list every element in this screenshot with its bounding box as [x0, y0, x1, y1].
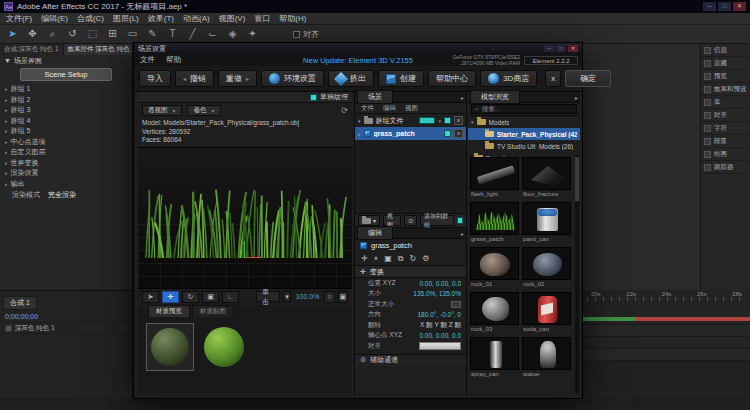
group-visibility-checkbox[interactable] — [444, 117, 451, 124]
ok-button[interactable]: 确定 — [565, 70, 611, 87]
brush-tool-icon[interactable]: ╱ — [186, 28, 199, 40]
menu-item[interactable]: 合成(C) — [77, 13, 104, 24]
dock-panel-音频[interactable]: 音频 — [701, 57, 750, 70]
transform-value[interactable]: 180.0°, -0.0°, 0 — [417, 311, 461, 318]
dialog-menu-item[interactable]: 帮助 — [166, 55, 181, 65]
transform-row[interactable]: 位置 XYZ0.00, 0.00, 0.0 — [355, 278, 466, 289]
menu-item[interactable]: 图层(L) — [113, 13, 139, 24]
effect-param-row[interactable]: ▸群组 1 — [0, 84, 132, 95]
add-to-group-button[interactable]: 添加到群组 — [420, 215, 454, 226]
dock-panel-对齐[interactable]: 对齐 — [701, 109, 750, 122]
selection-tool-icon[interactable]: ➤ — [6, 28, 19, 40]
twirl-right-icon[interactable]: ▸ — [358, 131, 361, 137]
update-notice-link[interactable]: New Update: Element 3D V.2155 — [303, 56, 413, 65]
view-options-button[interactable]: 视图 — [383, 215, 401, 226]
model-thumb-rock_01[interactable]: rock_01 — [470, 247, 519, 289]
model-thumb-statue[interactable]: statue — [522, 337, 571, 379]
draft-textures-checkbox[interactable] — [310, 94, 317, 101]
group-delete-button[interactable]: x — [454, 116, 463, 125]
refresh-icon[interactable]: ⟳ — [341, 106, 348, 115]
transform-value[interactable]: X 翻 Y 翻 Z 翻 — [420, 321, 461, 330]
effect-param-row[interactable]: ▸自定义图层 — [0, 147, 132, 158]
mask-shape-tool-icon[interactable]: ▭ — [126, 28, 139, 40]
search-input[interactable]: ⌕ 搜索... — [471, 104, 577, 114]
model-thumb-paint_can[interactable]: paint_can — [522, 202, 571, 244]
timeline-ruler[interactable]: 20s22s24s26s28s — [583, 290, 750, 297]
view-dropdown[interactable]: 透视图▼ — [142, 105, 182, 116]
transform-row[interactable]: 方向180.0°, -0.0°, 0 — [355, 310, 466, 321]
scene-object-row[interactable]: ▸ grass_patch x — [355, 127, 466, 140]
import-button[interactable]: 导入 — [139, 70, 171, 87]
effect-param-row[interactable]: ▸输出 — [0, 179, 132, 190]
axis-tool-icon[interactable]: ∟ — [222, 291, 239, 303]
model-thumb-spray_can[interactable]: spray_can — [470, 337, 519, 379]
group-icon[interactable]: ⧉ — [398, 254, 404, 264]
settings-icon[interactable]: ⚙ — [422, 254, 429, 263]
twirl-icon[interactable]: ▸ — [5, 160, 8, 166]
object-visibility-checkbox[interactable] — [444, 130, 451, 137]
timeline-row[interactable] — [583, 348, 750, 360]
pen-tool-icon[interactable]: ✎ — [146, 28, 159, 40]
panel-tab[interactable]: 效果控件 深灰色 纯色 1 — [64, 44, 132, 55]
panel-arrow-icon[interactable]: ▸ — [461, 230, 464, 237]
dialog-menu-item[interactable]: 文件 — [140, 55, 155, 65]
menu-item[interactable]: 编辑(E) — [41, 13, 68, 24]
dock-panel-字符[interactable]: 字符 — [701, 122, 750, 135]
model-thumb-rock_03[interactable]: rock_03 — [470, 292, 519, 334]
reset-size-button[interactable] — [451, 301, 461, 308]
timeline-row[interactable] — [583, 324, 750, 336]
scene-group-row[interactable]: ▾ 群组文件 ▾ x — [355, 114, 466, 127]
extrude-button[interactable]: 挤出 — [328, 70, 374, 87]
twirl-icon[interactable]: ▸ — [5, 139, 8, 145]
rotate-icon[interactable]: ↻ — [410, 254, 417, 263]
effect-param-row[interactable]: ▸群组 3 — [0, 105, 132, 116]
minimize-button[interactable]: ─ — [544, 45, 554, 52]
zoom-value[interactable]: 100.0% — [296, 293, 320, 300]
camera-tool-icon[interactable]: ⬚ — [86, 28, 99, 40]
zoom-caret-button[interactable]: ▾ — [283, 291, 291, 302]
sphere-icon-button[interactable]: ⊙ — [404, 215, 417, 226]
effect-param-row[interactable]: ▸群组 4 — [0, 116, 132, 127]
aux-channels-header[interactable]: ⚙ 辅助通道 — [355, 354, 466, 366]
close-button[interactable]: ✕ — [733, 2, 746, 11]
twirl-icon[interactable]: ▸ — [5, 149, 8, 155]
panel-tab[interactable]: 合成:深灰色 纯色 1 — [0, 44, 64, 55]
sphere-preview-button[interactable]: ○ — [324, 291, 334, 303]
model-thumb-image[interactable] — [470, 292, 519, 325]
shading-dropdown[interactable]: 着色▼ — [187, 105, 221, 116]
menu-item[interactable]: 帮助(H) — [279, 13, 306, 24]
hand-tool-icon[interactable]: ✥ — [26, 28, 39, 40]
maximize-button[interactable]: □ — [718, 2, 731, 11]
transform-value[interactable]: 135.0%, 135.0% — [413, 290, 461, 297]
tree-node[interactable]: TV Studio Ult_Models (26) — [468, 140, 580, 152]
twirl-icon[interactable]: ▸ — [5, 118, 8, 124]
menu-item[interactable]: 效果(T) — [148, 13, 174, 24]
model-thumb-image[interactable] — [522, 202, 571, 235]
redo-button[interactable]: 重做▸ — [218, 70, 257, 87]
twirl-icon[interactable]: ▸ — [5, 170, 8, 176]
timecode[interactable]: 0;00;00;00 — [0, 310, 132, 322]
effect-param-row[interactable]: ▸群组 5 — [0, 126, 132, 137]
scene-empty-area[interactable] — [355, 140, 466, 214]
model-thumb-image[interactable] — [470, 157, 519, 190]
model-thumb-image[interactable] — [522, 292, 571, 325]
tab-edit[interactable]: 编辑 — [357, 226, 393, 240]
effect-param-row[interactable]: ▸渲染设置 — [0, 168, 132, 179]
layer-row[interactable]: 深灰色 纯色 1 — [0, 322, 132, 333]
frame-tool-icon[interactable]: ▣ — [202, 291, 219, 303]
browser-scrollbar[interactable] — [575, 155, 579, 394]
scene-menu-item[interactable]: 视图 — [405, 104, 418, 113]
tree-node[interactable]: Starter_Pack_Physical (42) — [468, 128, 580, 140]
rotation-tool-icon[interactable]: ↺ — [66, 28, 79, 40]
tree-node[interactable]: ▾Models — [468, 116, 580, 128]
model-thumb-image[interactable] — [522, 157, 571, 190]
model-thumb-image[interactable] — [522, 247, 571, 280]
environment-button[interactable]: 环境设置 — [261, 70, 324, 87]
scene-menu-item[interactable]: 编辑 — [383, 104, 396, 113]
twirl-icon[interactable]: ▸ — [5, 97, 8, 103]
object-delete-button[interactable]: x — [454, 129, 463, 138]
model-thumb-floor_fracture[interactable]: floor_fracture — [522, 157, 571, 199]
zoom-tool-icon[interactable]: ⌕ — [46, 28, 59, 40]
transform-row[interactable]: 轴心点 XYZ0.00, 0.00, 0.0 — [355, 331, 466, 342]
twirl-icon[interactable]: ▼ — [4, 57, 11, 64]
